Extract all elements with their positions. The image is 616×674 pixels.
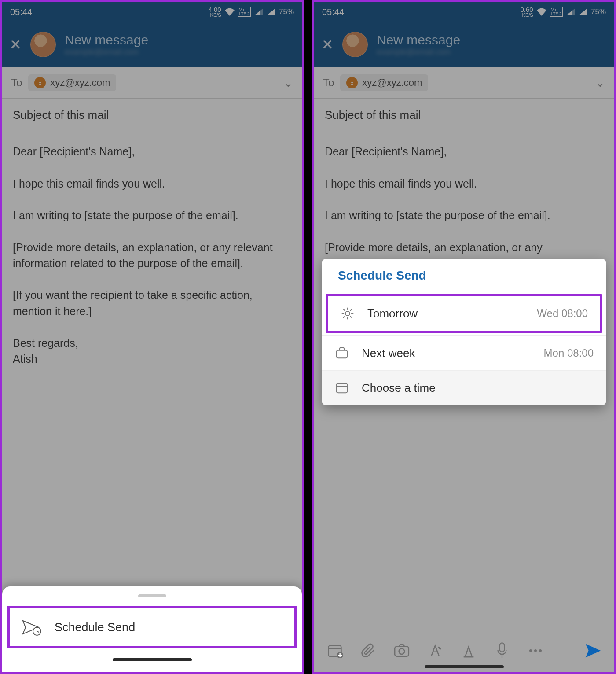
avatar[interactable] [342, 32, 368, 57]
recipient-chip[interactable]: x xyz@xyz.com [340, 74, 428, 91]
attachment-icon[interactable] [359, 641, 378, 660]
popup-row-tomorrow[interactable]: Tomorrow Wed 08:00 [326, 294, 602, 333]
popup-title: Schedule Send [322, 259, 606, 291]
subject-field[interactable]: Subject of this mail [2, 99, 302, 132]
drag-handle[interactable] [138, 594, 166, 597]
calendar-icon [334, 380, 349, 395]
mention-icon[interactable] [459, 641, 478, 660]
popup-row-label: Tomorrow [367, 307, 524, 320]
chevron-down-icon[interactable]: ⌄ [283, 76, 293, 90]
status-bar: 05:44 0.60KB/S VoLTE 2 75% [314, 2, 614, 22]
schedule-send-popup: Schedule Send Tomorrow Wed 08:00 [322, 259, 606, 405]
svg-line-9 [351, 309, 352, 311]
svg-rect-16 [395, 647, 409, 656]
subject-field[interactable]: Subject of this mail [314, 99, 614, 132]
recipient-email: xyz@xyz.com [362, 77, 422, 88]
svg-point-21 [534, 649, 537, 652]
chip-avatar: x [346, 77, 358, 88]
popup-row-label: Next week [362, 346, 532, 360]
lte-badge: VoLTE 2 [238, 7, 251, 17]
header-title: New message [65, 33, 148, 48]
wifi-icon [537, 8, 546, 16]
svg-rect-19 [500, 643, 505, 652]
app-header: ✕ New message example@email.com [314, 22, 614, 67]
svg-point-1 [345, 311, 350, 316]
schedule-send-option[interactable]: Schedule Send [7, 606, 297, 648]
signal-icon [579, 8, 587, 15]
popup-row-when: Wed 08:00 [537, 307, 588, 320]
close-icon[interactable]: ✕ [9, 36, 22, 53]
mail-body[interactable]: Dear [Recipient's Name], I hope this ema… [314, 132, 614, 267]
status-battery: 75% [279, 7, 294, 16]
status-time: 05:44 [10, 7, 32, 17]
chevron-down-icon[interactable]: ⌄ [595, 76, 605, 90]
phone-screenshot-right: 05:44 0.60KB/S VoLTE 2 75% ✕ New message… [312, 0, 616, 674]
svg-point-17 [399, 648, 405, 654]
popup-row-when: Mon 08:00 [544, 347, 594, 359]
close-icon[interactable]: ✕ [321, 36, 334, 53]
to-label: To [11, 77, 22, 89]
recipient-email: xyz@xyz.com [50, 77, 110, 88]
signal-icon [254, 8, 263, 15]
send-button[interactable] [584, 641, 602, 660]
svg-point-22 [539, 649, 542, 652]
svg-rect-11 [337, 383, 348, 393]
briefcase-icon [334, 346, 349, 361]
status-kbs: 0.60KB/S [520, 6, 533, 18]
mail-body[interactable]: Dear [Recipient's Name], I hope this ema… [2, 132, 302, 379]
svg-line-7 [351, 317, 352, 318]
to-row[interactable]: To x xyz@xyz.com ⌄ [314, 67, 614, 99]
more-icon[interactable] [526, 641, 545, 660]
svg-line-8 [344, 317, 345, 318]
svg-line-6 [344, 309, 345, 311]
status-bar: 05:44 4.00KB/S VoLTE 2 75% [2, 2, 302, 22]
sun-icon [340, 306, 355, 321]
svg-rect-10 [337, 350, 348, 358]
popup-row-label: Choose a time [362, 381, 581, 395]
mic-icon[interactable] [493, 641, 511, 660]
app-header: ✕ New message example@email.com [2, 22, 302, 67]
popup-row-choose[interactable]: Choose a time [322, 370, 606, 405]
status-kbs: 4.00KB/S [208, 6, 221, 18]
bottom-sheet: Schedule Send [2, 586, 302, 672]
svg-point-20 [529, 649, 532, 652]
calendar-plus-icon[interactable] [326, 641, 344, 660]
recipient-chip[interactable]: x xyz@xyz.com [28, 74, 116, 91]
schedule-send-label: Schedule Send [55, 621, 135, 634]
nav-pill[interactable] [425, 665, 504, 668]
phone-screenshot-left: 05:44 4.00KB/S VoLTE 2 75% ✕ New message… [0, 0, 304, 674]
format-icon[interactable] [426, 641, 444, 660]
signal-icon [566, 8, 575, 15]
to-row[interactable]: To x xyz@xyz.com ⌄ [2, 67, 302, 99]
status-time: 05:44 [322, 7, 344, 17]
send-later-icon [22, 619, 42, 636]
chip-avatar: x [34, 77, 46, 88]
lte-badge: VoLTE 2 [550, 7, 563, 17]
popup-row-nextweek[interactable]: Next week Mon 08:00 [322, 335, 606, 370]
header-title: New message [377, 33, 460, 48]
to-label: To [323, 77, 334, 89]
header-subtitle: example@email.com [377, 48, 460, 57]
nav-pill[interactable] [113, 658, 192, 661]
avatar[interactable] [30, 32, 56, 57]
status-battery: 75% [591, 7, 606, 16]
camera-icon[interactable] [392, 641, 411, 660]
header-subtitle: example@email.com [65, 48, 148, 57]
signal-icon [267, 8, 275, 15]
wifi-icon [225, 8, 235, 16]
